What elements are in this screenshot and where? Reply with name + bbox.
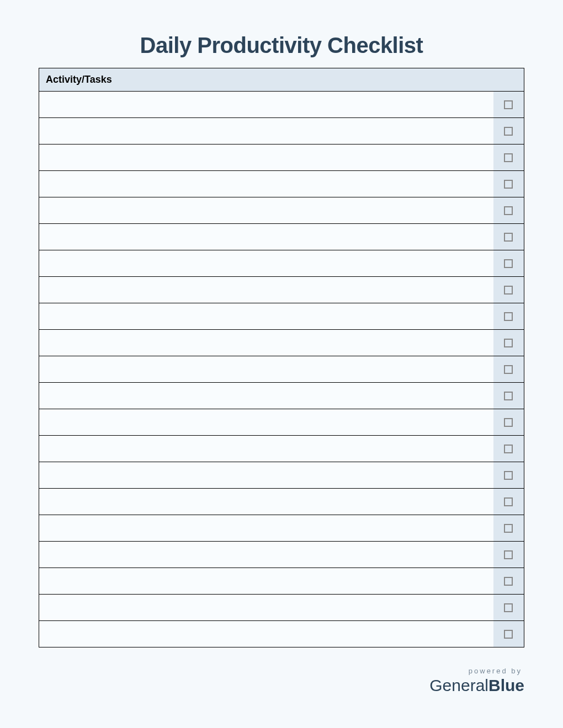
- table-row: [39, 568, 524, 595]
- checkbox-icon[interactable]: [504, 312, 513, 321]
- task-cell[interactable]: [39, 621, 493, 647]
- checkbox-icon[interactable]: [504, 392, 513, 400]
- table-row: [39, 303, 524, 330]
- task-cell[interactable]: [39, 462, 493, 489]
- brand-name-bold: Blue: [488, 676, 524, 694]
- table-row: [39, 250, 524, 277]
- checkbox-cell: [493, 171, 524, 197]
- checkbox-icon[interactable]: [504, 259, 513, 268]
- checkbox-cell: [493, 542, 524, 568]
- checkbox-icon[interactable]: [504, 577, 513, 586]
- task-cell[interactable]: [39, 277, 493, 303]
- checkbox-icon[interactable]: [504, 603, 513, 612]
- checkbox-icon[interactable]: [504, 497, 513, 506]
- checkbox-cell: [493, 303, 524, 330]
- task-cell[interactable]: [39, 356, 493, 383]
- table-row: [39, 489, 524, 515]
- task-cell[interactable]: [39, 197, 493, 224]
- checkbox-icon[interactable]: [504, 206, 513, 215]
- task-cell[interactable]: [39, 171, 493, 197]
- task-cell[interactable]: [39, 330, 493, 356]
- checkbox-cell: [493, 489, 524, 515]
- checkbox-cell: [493, 621, 524, 647]
- checkbox-icon[interactable]: [504, 180, 513, 189]
- checkbox-cell: [493, 277, 524, 303]
- checkbox-icon[interactable]: [504, 127, 513, 136]
- checkbox-icon[interactable]: [504, 365, 513, 374]
- checkbox-cell: [493, 515, 524, 542]
- table-row: [39, 356, 524, 383]
- table-row: [39, 92, 524, 118]
- footer: powered by GeneralBlue: [429, 667, 524, 695]
- table-row: [39, 118, 524, 144]
- task-cell[interactable]: [39, 515, 493, 542]
- checkbox-cell: [493, 250, 524, 277]
- checkbox-cell: [493, 144, 524, 171]
- task-cell[interactable]: [39, 489, 493, 515]
- table-row: [39, 595, 524, 621]
- task-cell[interactable]: [39, 542, 493, 568]
- task-cell[interactable]: [39, 303, 493, 330]
- checkbox-icon[interactable]: [504, 471, 513, 480]
- table-row: [39, 197, 524, 224]
- brand-logo: GeneralBlue: [429, 676, 524, 695]
- page-title: Daily Productivity Checklist: [39, 33, 524, 58]
- checkbox-cell: [493, 383, 524, 409]
- checkbox-cell: [493, 330, 524, 356]
- checkbox-cell: [493, 568, 524, 595]
- table-row: [39, 462, 524, 489]
- table-row: [39, 409, 524, 436]
- table-row: [39, 144, 524, 171]
- checkbox-cell: [493, 409, 524, 436]
- checkbox-icon[interactable]: [504, 100, 513, 109]
- task-cell[interactable]: [39, 595, 493, 621]
- table-row: [39, 171, 524, 197]
- column-header-tasks: Activity/Tasks: [39, 68, 524, 92]
- task-cell[interactable]: [39, 92, 493, 118]
- table-body: [39, 92, 524, 647]
- checkbox-icon[interactable]: [504, 524, 513, 533]
- checkbox-icon[interactable]: [504, 630, 513, 639]
- checkbox-icon[interactable]: [504, 339, 513, 347]
- task-cell[interactable]: [39, 118, 493, 144]
- document-page: Daily Productivity Checklist Activity/Ta…: [0, 0, 563, 670]
- checkbox-icon[interactable]: [504, 233, 513, 242]
- table-row: [39, 621, 524, 647]
- checkbox-cell: [493, 92, 524, 118]
- task-cell[interactable]: [39, 144, 493, 171]
- checklist-table: Activity/Tasks: [39, 68, 524, 647]
- checkbox-cell: [493, 224, 524, 250]
- checkbox-icon[interactable]: [504, 153, 513, 162]
- task-cell[interactable]: [39, 436, 493, 462]
- table-row: [39, 515, 524, 542]
- table-row: [39, 436, 524, 462]
- powered-by-label: powered by: [429, 667, 524, 675]
- table-header-row: Activity/Tasks: [39, 68, 524, 92]
- checkbox-cell: [493, 462, 524, 489]
- task-cell[interactable]: [39, 383, 493, 409]
- table-row: [39, 542, 524, 568]
- task-cell[interactable]: [39, 250, 493, 277]
- table-row: [39, 277, 524, 303]
- checkbox-icon[interactable]: [504, 286, 513, 295]
- checkbox-cell: [493, 118, 524, 144]
- table-row: [39, 330, 524, 356]
- checkbox-cell: [493, 356, 524, 383]
- checkbox-icon[interactable]: [504, 550, 513, 559]
- checkbox-cell: [493, 436, 524, 462]
- checkbox-cell: [493, 197, 524, 224]
- table-row: [39, 224, 524, 250]
- task-cell[interactable]: [39, 224, 493, 250]
- checkbox-icon[interactable]: [504, 418, 513, 427]
- task-cell[interactable]: [39, 568, 493, 595]
- brand-name-light: General: [429, 676, 488, 694]
- task-cell[interactable]: [39, 409, 493, 436]
- checkbox-cell: [493, 595, 524, 621]
- table-row: [39, 383, 524, 409]
- checkbox-icon[interactable]: [504, 445, 513, 453]
